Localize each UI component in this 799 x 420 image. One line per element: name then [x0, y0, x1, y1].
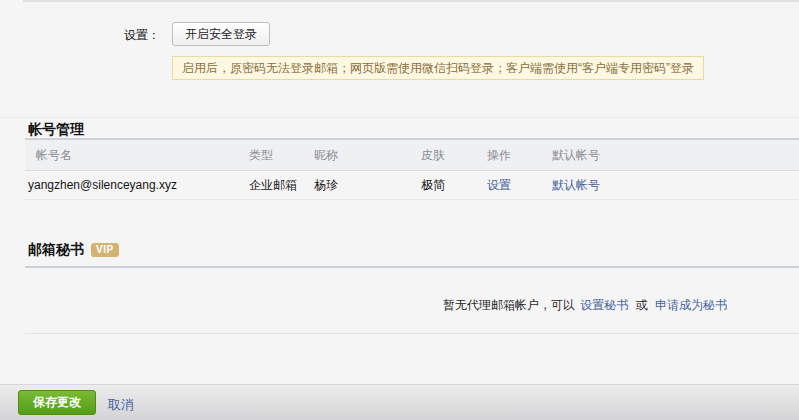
footer-action-bar: 保存更改 取消	[0, 384, 799, 420]
secretary-empty-state: 暂无代理邮箱帐户，可以 设置秘书 或 申请成为秘书	[443, 297, 729, 314]
account-settings-cell: 设置	[487, 177, 552, 194]
col-header-nickname: 昵称	[314, 147, 421, 164]
accounts-table: 帐号名 类型 昵称 皮肤 操作 默认帐号 yangzhen@silenceyan…	[25, 140, 799, 200]
table-row: yangzhen@silenceyang.xyz 企业邮箱 杨珍 极简 设置 默…	[25, 171, 799, 200]
cancel-button[interactable]: 取消	[108, 396, 134, 414]
col-header-skin: 皮肤	[421, 147, 487, 164]
secretary-or-text: 或	[636, 298, 648, 312]
account-management-title: 帐号管理	[28, 121, 84, 139]
secretary-heading: 邮箱秘书 VIP	[28, 241, 119, 259]
secretary-bottom-divider	[25, 333, 799, 334]
account-nickname-cell: 杨珍	[314, 177, 421, 194]
account-type-cell: 企业邮箱	[249, 177, 314, 194]
top-divider	[23, 0, 799, 2]
account-name-cell: yangzhen@silenceyang.xyz	[25, 178, 249, 192]
mail-settings-page: 设置： 开启安全登录 启用后，原密码无法登录邮箱；网页版需使用微信扫码登录；客户…	[0, 0, 799, 420]
default-account-link[interactable]: 默认帐号	[552, 178, 600, 192]
col-header-default-account: 默认帐号	[552, 147, 799, 164]
col-header-type: 类型	[249, 147, 314, 164]
secretary-title: 邮箱秘书	[28, 241, 84, 259]
default-account-cell: 默认帐号	[552, 177, 799, 194]
account-management-heading: 帐号管理	[28, 121, 84, 139]
apply-secretary-link[interactable]: 申请成为秘书	[655, 298, 727, 312]
set-secretary-link[interactable]: 设置秘书	[580, 298, 628, 312]
col-header-action: 操作	[487, 147, 552, 164]
save-button[interactable]: 保存更改	[18, 390, 96, 415]
account-settings-link[interactable]: 设置	[487, 178, 511, 192]
enable-secure-login-button[interactable]: 开启安全登录	[172, 22, 270, 46]
vip-badge: VIP	[91, 243, 119, 257]
secretary-empty-text: 暂无代理邮箱帐户，可以	[443, 298, 575, 312]
col-header-account-name: 帐号名	[25, 147, 249, 164]
section-divider	[0, 117, 799, 118]
account-skin-cell: 极简	[421, 177, 487, 194]
security-setting-label: 设置：	[0, 27, 160, 44]
secure-login-notice: 启用后，原密码无法登录邮箱；网页版需使用微信扫码登录；客户端需使用“客户端专用密…	[172, 56, 704, 80]
secretary-rule	[25, 266, 799, 268]
accounts-table-header: 帐号名 类型 昵称 皮肤 操作 默认帐号	[25, 140, 799, 171]
